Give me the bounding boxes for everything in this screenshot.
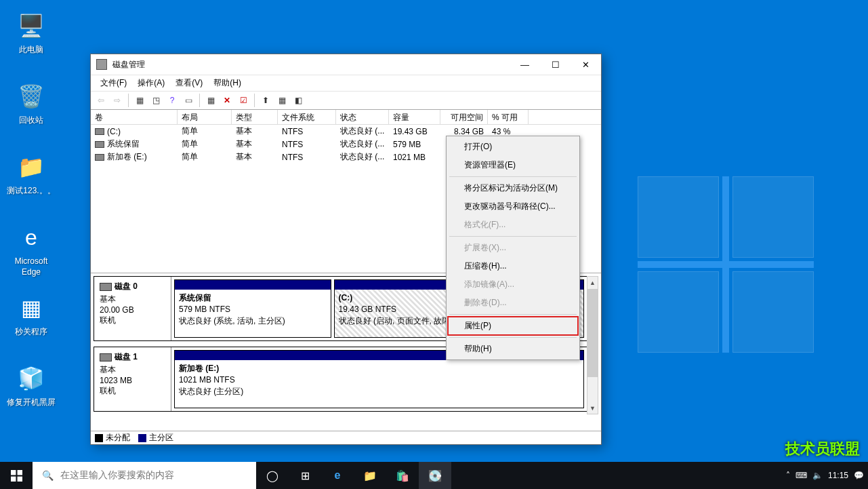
svg-rect-0 bbox=[11, 470, 16, 475]
close-button[interactable]: ✕ bbox=[571, 54, 601, 75]
svg-rect-2 bbox=[11, 476, 16, 481]
column-header[interactable]: 状态 bbox=[336, 110, 389, 124]
column-header[interactable]: % 可用 bbox=[488, 110, 529, 124]
menu-separator bbox=[449, 314, 577, 315]
desktop-icon-this-pc[interactable]: 🖥️此电脑 bbox=[5, 9, 57, 56]
context-menu-item[interactable]: 打开(O) bbox=[448, 138, 578, 156]
legend: 未分配 主分区 bbox=[91, 431, 601, 444]
icon-label: 测试123.。。 bbox=[5, 186, 57, 197]
disk-icon bbox=[95, 128, 104, 135]
context-menu-item[interactable]: 压缩卷(H)... bbox=[448, 257, 578, 275]
delete-icon[interactable]: ✕ bbox=[220, 93, 234, 108]
tb-icon[interactable]: ◧ bbox=[291, 93, 306, 108]
tb-icon[interactable]: ▦ bbox=[274, 93, 289, 108]
windows-logo-bg bbox=[638, 176, 814, 353]
tb-icon[interactable]: ◳ bbox=[148, 93, 163, 108]
clock[interactable]: 11:15 bbox=[828, 471, 848, 480]
svg-rect-3 bbox=[17, 476, 22, 481]
context-menu-item[interactable]: 资源管理器(E) bbox=[448, 156, 578, 174]
icon-label: 修复开机黑屏 bbox=[5, 397, 57, 408]
context-menu-item[interactable]: 帮助(H) bbox=[448, 340, 578, 358]
ime-icon[interactable]: ⌨ bbox=[795, 471, 807, 480]
minimize-button[interactable]: — bbox=[510, 54, 540, 75]
menu-item[interactable]: 帮助(H) bbox=[208, 75, 247, 91]
diskmgmt-taskbar-icon[interactable]: 💽 bbox=[419, 462, 451, 489]
notifications-icon[interactable]: 💬 bbox=[854, 471, 864, 480]
vertical-scrollbar[interactable]: ▲ ▼ bbox=[587, 276, 598, 414]
this-pc-icon: 🖥️ bbox=[15, 9, 47, 42]
taskbar-search[interactable]: 🔍 在这里输入你要搜索的内容 bbox=[33, 462, 256, 489]
disk-icon bbox=[100, 283, 112, 291]
context-menu-item: 删除卷(D)... bbox=[448, 294, 578, 312]
icon-label: 秒关程序 bbox=[5, 327, 57, 338]
taskbar: 🔍 在这里输入你要搜索的内容 ◯ ⊞ e 📁 🛍️ 💽 ˄ ⌨ 🔈 11:15 … bbox=[0, 462, 868, 489]
desktop-icon-edge[interactable]: eMicrosoft Edge bbox=[5, 221, 57, 277]
fix-boot-icon: 🧊 bbox=[15, 362, 47, 395]
context-menu-item[interactable]: 将分区标记为活动分区(M) bbox=[448, 179, 578, 197]
recycle-bin-icon: 🗑️ bbox=[15, 80, 47, 113]
refresh-button[interactable]: ▦ bbox=[203, 93, 218, 108]
edge-icon: e bbox=[15, 221, 47, 254]
toolbar: ⇦ ⇨ ▦ ◳ ? ▭ ▦ ✕ ☑ ⬆ ▦ ◧ bbox=[91, 91, 601, 110]
menu-separator bbox=[449, 176, 577, 177]
tb-icon[interactable]: ▭ bbox=[181, 93, 196, 108]
edge-taskbar-icon[interactable]: e bbox=[321, 462, 354, 489]
list-header[interactable]: 卷布局类型文件系统状态容量可用空间% 可用 bbox=[91, 110, 601, 125]
volume-icon[interactable]: 🔈 bbox=[812, 471, 823, 480]
tb-icon[interactable]: ☑ bbox=[236, 93, 251, 108]
context-menu-item: 添加镜像(A)... bbox=[448, 275, 578, 294]
menu-item[interactable]: 文件(F) bbox=[95, 75, 132, 91]
partition-header bbox=[175, 280, 331, 290]
icon-label: Microsoft Edge bbox=[5, 256, 57, 277]
scroll-up-icon[interactable]: ▲ bbox=[587, 277, 598, 288]
tb-icon[interactable]: ⬆ bbox=[258, 93, 273, 108]
desktop-icon-test-folder[interactable]: 📁测试123.。。 bbox=[5, 151, 57, 197]
scroll-down-icon[interactable]: ▼ bbox=[587, 402, 598, 414]
context-menu-item[interactable]: 更改驱动器号和路径(C)... bbox=[448, 197, 578, 216]
desktop-icon-recycle-bin[interactable]: 🗑️回收站 bbox=[5, 80, 57, 126]
context-menu-item: 扩展卷(X)... bbox=[448, 239, 578, 257]
desktop-icon-seconds[interactable]: ▦秒关程序 bbox=[5, 292, 57, 338]
tray-up-icon[interactable]: ˄ bbox=[786, 471, 790, 480]
watermark-text: 技术员联盟 bbox=[785, 439, 860, 459]
partition[interactable]: 系统保留579 MB NTFS状态良好 (系统, 活动, 主分区) bbox=[174, 279, 331, 338]
context-menu: 打开(O)资源管理器(E)将分区标记为活动分区(M)更改驱动器号和路径(C)..… bbox=[446, 136, 580, 360]
test-folder-icon: 📁 bbox=[15, 151, 47, 183]
taskview-icon[interactable]: ⊞ bbox=[289, 462, 321, 489]
explorer-taskbar-icon[interactable]: 📁 bbox=[354, 462, 386, 489]
menubar: 文件(F)操作(A)查看(V)帮助(H) bbox=[91, 75, 601, 91]
column-header[interactable]: 卷 bbox=[91, 110, 178, 124]
maximize-button[interactable]: ☐ bbox=[540, 54, 571, 75]
menu-separator bbox=[449, 337, 577, 338]
store-taskbar-icon[interactable]: 🛍️ bbox=[386, 462, 419, 489]
legend-primary: 主分区 bbox=[149, 433, 173, 442]
menu-separator bbox=[449, 236, 577, 237]
svg-rect-1 bbox=[17, 470, 22, 475]
tb-icon[interactable]: ▦ bbox=[132, 93, 147, 108]
help-icon[interactable]: ? bbox=[165, 93, 180, 108]
search-icon: 🔍 bbox=[42, 470, 54, 481]
disk-info[interactable]: 磁盘 0 基本20.00 GB联机 bbox=[94, 277, 171, 340]
context-menu-item[interactable]: 属性(P) bbox=[448, 317, 578, 335]
context-menu-item: 格式化(F)... bbox=[448, 216, 578, 234]
column-header[interactable]: 布局 bbox=[178, 110, 232, 124]
window-title: 磁盘管理 bbox=[112, 59, 145, 71]
start-button[interactable] bbox=[0, 462, 33, 489]
desktop-icon-fix-boot[interactable]: 🧊修复开机黑屏 bbox=[5, 362, 57, 408]
seconds-icon: ▦ bbox=[15, 292, 47, 324]
menu-item[interactable]: 查看(V) bbox=[170, 75, 208, 91]
column-header[interactable]: 可用空间 bbox=[440, 110, 488, 124]
search-placeholder: 在这里输入你要搜索的内容 bbox=[60, 469, 174, 482]
icon-label: 此电脑 bbox=[5, 45, 57, 56]
disk-info[interactable]: 磁盘 1 基本1023 MB联机 bbox=[94, 347, 171, 411]
column-header[interactable]: 类型 bbox=[232, 110, 278, 124]
app-icon bbox=[96, 59, 107, 70]
menu-item[interactable]: 操作(A) bbox=[132, 75, 170, 91]
column-header[interactable]: 容量 bbox=[389, 110, 440, 124]
scroll-thumb[interactable] bbox=[587, 289, 598, 377]
disk-icon bbox=[95, 154, 104, 161]
column-header[interactable]: 文件系统 bbox=[278, 110, 336, 124]
titlebar[interactable]: 磁盘管理 — ☐ ✕ bbox=[91, 54, 601, 75]
back-button: ⇦ bbox=[94, 93, 108, 108]
cortana-icon[interactable]: ◯ bbox=[256, 462, 289, 489]
